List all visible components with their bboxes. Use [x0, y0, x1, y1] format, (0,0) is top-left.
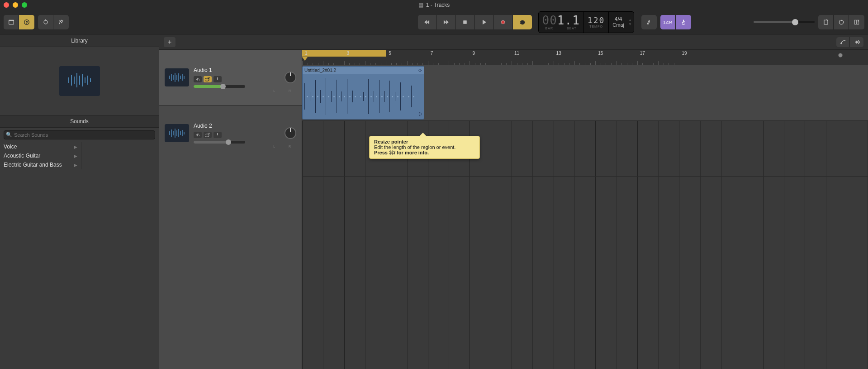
timeline-body[interactable]: Untitled_2#01.2 ⟳ ⟨⟩ [302, 65, 868, 369]
sound-category-item[interactable]: Voice▶ [0, 142, 81, 151]
svg-point-6 [59, 20, 60, 21]
cycle-button[interactable] [513, 15, 532, 29]
close-window-icon[interactable] [4, 2, 9, 8]
audio-region[interactable]: Untitled_2#01.2 ⟳ ⟨⟩ [302, 66, 424, 120]
chevron-right-icon: ▶ [74, 163, 77, 168]
track-name-label: Audio 1 [194, 67, 296, 73]
stop-button[interactable] [456, 15, 475, 29]
automation-curve-button[interactable] [836, 37, 850, 47]
mute-button[interactable] [194, 76, 202, 82]
master-volume-thumb[interactable] [792, 19, 798, 25]
lcd-tempo-label: TEMPO [589, 25, 603, 28]
svg-rect-8 [464, 20, 467, 24]
track-volume-slider[interactable] [194, 85, 245, 88]
search-input[interactable] [4, 130, 155, 139]
library-toggle-group: ? [4, 15, 34, 29]
loop-icon[interactable]: ⟳ [418, 68, 422, 73]
sound-category-label: Electric Guitar and Bass [4, 162, 62, 168]
tooltip: Resize pointer Edit the length of the re… [369, 136, 480, 159]
fade-handle-icon[interactable]: ⟨⟩ [418, 111, 422, 116]
tracks-body: Audio 1 L R Audio 2 [159, 50, 868, 369]
pan-knob[interactable] [285, 72, 296, 83]
input-monitor-button[interactable] [213, 76, 222, 82]
svg-rect-39 [217, 77, 218, 80]
smart-controls-button[interactable] [38, 15, 53, 29]
notepad-button[interactable] [818, 15, 834, 29]
track-header-row[interactable]: Audio 2 L R [159, 105, 302, 161]
tooltip-body: Edit the length of the region or event. [374, 144, 475, 150]
region-name-label: Untitled_2#01.2 [304, 68, 336, 73]
bar-number: 13 [556, 51, 561, 56]
main-area: Library Sounds [0, 34, 868, 369]
lcd-tempo-cell[interactable]: 120 TEMPO [584, 12, 609, 33]
ruler[interactable]: 135791113151719 [302, 50, 868, 65]
track-header-row[interactable]: Audio 1 L R [159, 50, 302, 105]
catch-playhead-button[interactable] [850, 37, 863, 47]
chevron-right-icon: ▶ [74, 144, 77, 149]
document-icon: ▤ [418, 2, 423, 8]
sound-category-label: Acoustic Guitar [4, 153, 40, 159]
tooltip-footer: Press ⌘/ for more info. [374, 150, 475, 156]
bar-number: 19 [682, 51, 687, 56]
metronome-button[interactable] [676, 15, 691, 29]
lcd-key: Cmaj [612, 23, 624, 28]
sound-category-item[interactable]: Electric Guitar and Bass▶ [0, 160, 81, 169]
sound-category-label: Voice [4, 144, 17, 150]
track-volume-thumb[interactable] [220, 84, 226, 89]
region-title-bar[interactable]: Untitled_2#01.2 ⟳ [303, 67, 424, 74]
media-browser-button[interactable] [849, 15, 864, 29]
horizontal-zoom-slider[interactable] [838, 53, 865, 58]
chevron-down-icon: ▼ [628, 22, 634, 26]
solo-button[interactable] [204, 132, 212, 138]
track-volume-thumb[interactable] [226, 139, 231, 145]
loop-browser-button[interactable] [834, 15, 849, 29]
track-type-icon [165, 124, 189, 142]
lcd-position-cell[interactable]: 00 1.1 BAR BEAT [539, 12, 584, 33]
forward-button[interactable] [437, 15, 456, 29]
input-monitor-button[interactable] [213, 132, 222, 138]
quick-help-button[interactable]: ? [19, 15, 34, 29]
minimize-window-icon[interactable] [13, 2, 18, 8]
pan-knob[interactable] [285, 127, 296, 139]
count-in-button[interactable]: 1234 [660, 15, 676, 29]
track-type-icon [165, 68, 189, 86]
search-icon: 🔍 [6, 132, 12, 138]
library-button[interactable] [4, 15, 19, 29]
lcd-bar-dim: 00 [542, 14, 557, 26]
svg-point-7 [61, 20, 62, 21]
play-button[interactable] [475, 15, 494, 29]
sound-category-item[interactable]: Acoustic Guitar▶ [0, 151, 81, 160]
bar-number: 7 [431, 51, 433, 56]
svg-point-9 [501, 20, 505, 24]
solo-button[interactable] [204, 76, 212, 82]
lcd-mode-stepper[interactable]: ▲ ▼ [628, 12, 634, 33]
svg-line-37 [198, 78, 200, 81]
track-volume-fill [194, 141, 227, 144]
svg-point-25 [840, 43, 842, 44]
transport-controls [418, 15, 532, 29]
title-bar: ▤ 1 - Tracks [0, 0, 868, 10]
tuner-button[interactable] [641, 15, 657, 29]
search-row: 🔍 [0, 128, 159, 142]
maximize-window-icon[interactable] [22, 2, 27, 8]
toolbar: ? 00 [0, 10, 868, 34]
add-track-button[interactable]: ＋ [164, 37, 175, 47]
master-volume-slider[interactable] [754, 21, 815, 23]
lcd-signature-cell[interactable]: 4/4 Cmaj [609, 12, 628, 33]
bar-number: 11 [514, 51, 519, 56]
window-controls [4, 2, 27, 8]
window-title-text: 1 - Tracks [426, 2, 450, 8]
zoom-thumb[interactable] [838, 53, 843, 58]
count-in-label: 1234 [663, 20, 672, 24]
editors-button[interactable] [53, 15, 69, 29]
record-button[interactable] [494, 15, 513, 29]
right-toolbar-section: 1234 [641, 15, 815, 29]
library-preview [0, 47, 159, 115]
window-title: ▤ 1 - Tracks [418, 2, 450, 8]
playhead-icon[interactable] [302, 57, 308, 61]
rewind-button[interactable] [418, 15, 437, 29]
svg-line-26 [858, 40, 859, 42]
svg-point-15 [858, 20, 859, 21]
track-volume-slider[interactable] [194, 141, 245, 144]
mute-button[interactable] [194, 132, 202, 138]
